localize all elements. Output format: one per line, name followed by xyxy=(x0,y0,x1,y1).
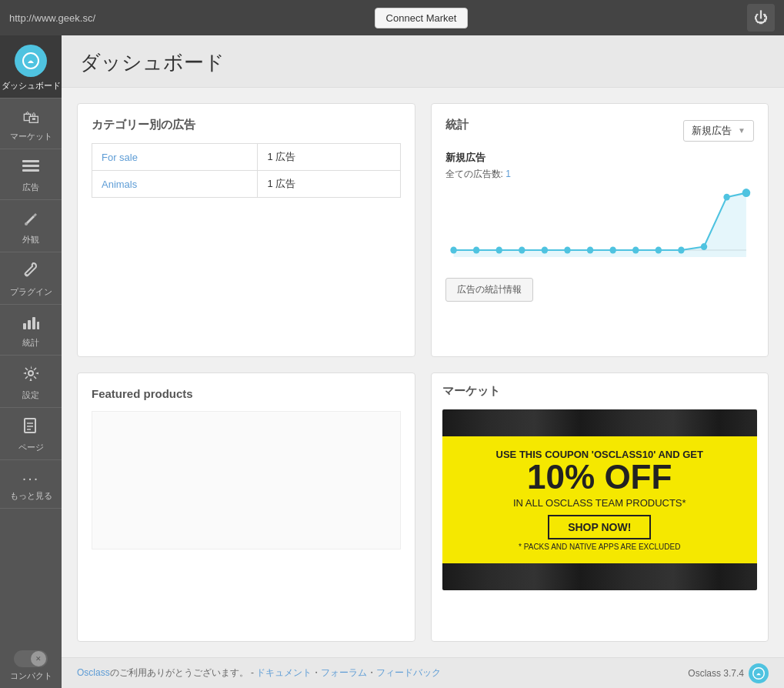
compact-label: コンパクト xyxy=(10,670,52,682)
svg-point-24 xyxy=(609,247,616,254)
brush-icon xyxy=(22,209,39,226)
main-area: ダッシュボード カテゴリー別の広告 For sale1 広告Animals1 広… xyxy=(62,35,784,688)
chevron-down-icon: ▼ xyxy=(738,126,746,135)
stats-info-button[interactable]: 広告の統計情報 xyxy=(445,278,533,302)
sidebar-item-more[interactable]: ··· もっと見る xyxy=(0,460,62,509)
sidebar-item-settings[interactable]: 設定 xyxy=(0,356,62,408)
market-mid-text: IN ALL OSCLASS TEAM PRODUCTS* xyxy=(513,497,686,509)
stats-count: 全ての広告数: 1 xyxy=(445,168,755,181)
svg-point-17 xyxy=(450,247,456,254)
svg-point-5 xyxy=(25,274,28,276)
featured-products-content xyxy=(92,411,401,549)
footer-osclass-link[interactable]: Osclass xyxy=(77,667,110,678)
svg-point-25 xyxy=(632,247,639,254)
stats-dropdown[interactable]: 新規広告 ▼ xyxy=(683,120,754,142)
footer-logo-icon xyxy=(752,667,765,680)
category-count: 1 広告 xyxy=(258,144,400,171)
page-title: ダッシュボード xyxy=(80,49,766,76)
chart-area xyxy=(445,189,755,266)
stats-dropdown-label: 新規広告 xyxy=(692,124,732,138)
svg-point-23 xyxy=(586,247,592,254)
svg-point-29 xyxy=(723,194,729,201)
svg-rect-9 xyxy=(37,322,39,329)
toggle-knob: ✕ xyxy=(31,651,46,666)
pages-icon xyxy=(23,417,38,439)
svg-point-22 xyxy=(564,247,570,254)
plugins-icon xyxy=(22,262,39,283)
content-grid: カテゴリー別の広告 For sale1 広告Animals1 広告 統計 新規広… xyxy=(62,88,784,657)
stats-subtitle: 新規広告 xyxy=(445,151,755,165)
category-link[interactable]: Animals xyxy=(102,179,137,190)
svg-rect-1 xyxy=(22,160,39,162)
market-fine-print: * PACKS AND NATIVE APPS ARE EXCLUDED xyxy=(519,543,680,551)
power-button[interactable]: ⏻ xyxy=(747,4,775,32)
market-ad-overlay: USE THIS COUPON 'OSCLASS10' AND GET 10% … xyxy=(442,409,758,590)
categories-card-title: カテゴリー別の広告 xyxy=(92,118,401,132)
url-display: http://www.geek.sc/ xyxy=(9,12,95,24)
stats-card: 統計 新規広告 ▼ 新規広告 全ての広告数: 1 xyxy=(431,103,769,357)
categories-table: For sale1 広告Animals1 広告 xyxy=(92,143,401,198)
footer-forum-link[interactable]: フォーラム xyxy=(321,667,367,678)
stats-total-link[interactable]: 1 xyxy=(505,169,511,179)
category-count: 1 広告 xyxy=(258,171,400,198)
table-row: Animals1 広告 xyxy=(92,171,401,198)
sidebar-item-plugins[interactable]: プラグイン xyxy=(0,252,62,305)
sidebar-item-plugins-label: プラグイン xyxy=(10,286,52,298)
sidebar-item-pages[interactable]: ページ xyxy=(0,408,62,460)
table-row: For sale1 広告 xyxy=(92,144,401,171)
dashboard-icon-wrap xyxy=(15,45,47,77)
svg-rect-2 xyxy=(22,165,39,167)
svg-point-4 xyxy=(25,222,28,225)
sidebar: ダッシュボード 🛍 マーケット 広告 xyxy=(0,35,62,688)
power-icon: ⏻ xyxy=(754,10,768,26)
list-icon xyxy=(22,160,39,174)
stats-card-title: 統計 xyxy=(445,118,469,132)
svg-point-27 xyxy=(678,247,684,254)
svg-point-26 xyxy=(655,247,661,254)
stats-chart xyxy=(445,189,755,266)
footer-feedback-link[interactable]: フィードバック xyxy=(376,667,441,678)
footer: Osclassのご利用ありがとうございます。 - ドキュメント・フォーラム・フィ… xyxy=(62,657,784,688)
sidebar-item-ads-label: 広告 xyxy=(22,182,39,193)
svg-point-20 xyxy=(519,247,525,254)
stats-icon xyxy=(22,314,39,334)
appearance-icon xyxy=(22,209,39,231)
footer-logo-circle xyxy=(749,663,769,683)
sidebar-item-appearance[interactable]: 外観 xyxy=(0,200,62,252)
sidebar-item-more-label: もっと見る xyxy=(10,490,52,502)
sidebar-item-dashboard[interactable]: ダッシュボード xyxy=(0,35,62,99)
footer-sep1: ・ xyxy=(312,667,321,678)
svg-rect-3 xyxy=(22,169,39,172)
footer-thanks-text: のご利用ありがとうございます。 - xyxy=(110,667,257,678)
wrench-icon xyxy=(22,262,39,279)
svg-rect-7 xyxy=(28,320,31,329)
svg-point-30 xyxy=(742,189,750,197)
shop-now-button[interactable]: SHOP NOW! xyxy=(548,515,651,539)
sidebar-item-appearance-label: 外観 xyxy=(22,234,39,245)
connect-market-button[interactable]: Connect Market xyxy=(375,8,469,28)
document-icon xyxy=(23,417,38,434)
category-link[interactable]: For sale xyxy=(102,152,138,163)
toggle-switch: ✕ xyxy=(14,650,48,667)
page-header: ダッシュボード xyxy=(62,35,784,88)
svg-rect-8 xyxy=(32,317,35,329)
sidebar-item-market[interactable]: 🛍 マーケット xyxy=(0,99,62,149)
footer-version: Osclass 3.7.4 xyxy=(688,668,744,679)
ads-icon xyxy=(22,159,39,179)
compact-toggle[interactable]: ✕ コンパクト xyxy=(0,641,62,688)
footer-logo: Osclass 3.7.4 xyxy=(688,663,769,683)
featured-products-card: Featured products xyxy=(77,372,415,643)
dashboard-icon xyxy=(22,52,39,69)
categories-card: カテゴリー別の広告 For sale1 広告Animals1 広告 xyxy=(77,103,415,357)
svg-rect-6 xyxy=(23,323,26,329)
footer-docs-link[interactable]: ドキュメント xyxy=(256,667,312,678)
stats-header: 統計 新規広告 ▼ xyxy=(445,118,755,143)
sidebar-item-stats-label: 統計 xyxy=(22,337,39,349)
sidebar-item-ads[interactable]: 広告 xyxy=(0,149,62,200)
sidebar-item-market-label: マーケット xyxy=(10,131,52,142)
sidebar-item-settings-label: 設定 xyxy=(22,389,39,401)
gear-icon xyxy=(22,365,39,382)
sidebar-item-stats[interactable]: 統計 xyxy=(0,305,62,356)
svg-point-28 xyxy=(700,243,706,250)
market-yellow-box: USE THIS COUPON 'OSCLASS10' AND GET 10% … xyxy=(442,436,758,563)
